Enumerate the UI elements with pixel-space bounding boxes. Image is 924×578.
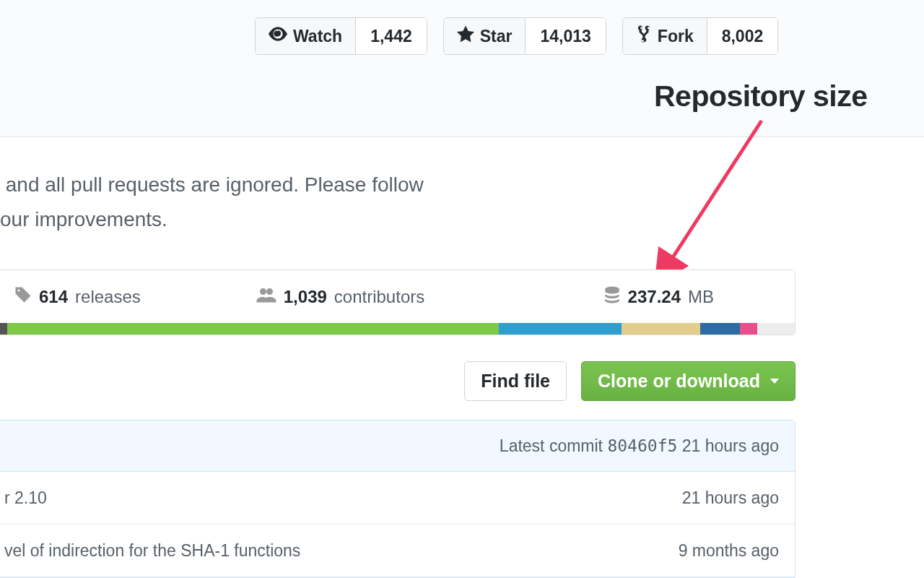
fork-group: Fork 8,002 [622, 17, 778, 55]
watch-count[interactable]: 1,442 [356, 18, 427, 54]
fork-button[interactable]: Fork [623, 18, 707, 54]
find-file-button[interactable]: Find file [464, 361, 567, 401]
contributors-stat[interactable]: 1,039 contributors [256, 286, 424, 308]
fork-count[interactable]: 8,002 [707, 18, 778, 54]
repo-stats: 614 releases 1,039 contributors 237.24 M… [0, 269, 796, 335]
language-lang-f[interactable] [740, 323, 757, 335]
commit-message: r 2.10 [0, 488, 682, 508]
star-count[interactable]: 14,013 [526, 18, 605, 54]
star-button[interactable]: Star [444, 18, 526, 54]
people-icon [256, 286, 276, 308]
latest-commit-sha[interactable]: 80460f5 [607, 436, 677, 455]
language-lang-a[interactable] [0, 323, 7, 335]
repo-size-stat: 237.24 MB [603, 285, 714, 309]
releases-label: releases [75, 287, 141, 307]
fork-label: Fork [658, 27, 694, 46]
commit-time: 21 hours ago [682, 488, 795, 508]
repo-size-unit: MB [688, 287, 714, 307]
latest-commit-prefix: Latest commit [500, 436, 603, 456]
tag-icon [14, 286, 32, 308]
social-counters: Watch 1,442 Star 14,013 Fork 8,002 [255, 17, 778, 55]
contributors-count: 1,039 [284, 287, 327, 307]
watch-label: Watch [293, 27, 342, 46]
language-lang-g[interactable] [757, 323, 795, 335]
commit-time: 9 months ago [679, 541, 795, 561]
annotation-label: Repository size [654, 79, 868, 113]
eye-icon [269, 25, 287, 48]
database-icon [603, 285, 621, 309]
svg-line-0 [668, 121, 762, 265]
star-group: Star 14,013 [443, 17, 606, 55]
clone-download-label: Clone or download [598, 371, 760, 392]
repo-description: and all pull requests are ignored. Pleas… [0, 168, 424, 237]
releases-stat[interactable]: 614 releases [14, 286, 141, 308]
table-row[interactable]: r 2.10 21 hours ago [0, 472, 795, 525]
contributors-label: contributors [334, 287, 424, 307]
star-icon [457, 25, 474, 47]
watch-button[interactable]: Watch [256, 18, 356, 54]
language-bar[interactable] [0, 323, 795, 335]
star-label: Star [480, 27, 513, 46]
latest-commit-bar: Latest commit 80460f5 21 hours ago [0, 420, 795, 472]
file-listing: Latest commit 80460f5 21 hours ago r 2.1… [0, 420, 796, 578]
commit-message: vel of indirection for the SHA-1 functio… [0, 541, 679, 561]
repo-size-value: 237.24 [628, 287, 681, 307]
language-lang-d[interactable] [622, 323, 700, 335]
watch-group: Watch 1,442 [255, 17, 427, 55]
fork-icon [636, 25, 652, 48]
language-lang-e[interactable] [700, 323, 740, 335]
language-lang-c[interactable] [499, 323, 622, 335]
table-row[interactable]: vel of indirection for the SHA-1 functio… [0, 525, 795, 577]
releases-count: 614 [39, 287, 68, 307]
language-lang-b[interactable] [7, 323, 500, 335]
latest-commit-time: 21 hours ago [682, 436, 779, 456]
clone-download-button[interactable]: Clone or download [581, 361, 796, 401]
caret-down-icon [770, 379, 779, 384]
